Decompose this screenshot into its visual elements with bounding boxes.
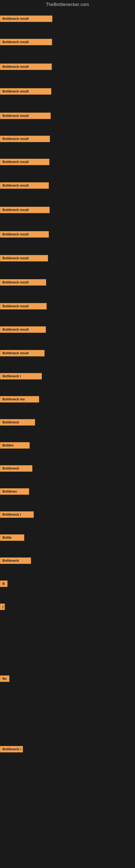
bottleneck-item[interactable]: Bottleneck r — [0, 746, 23, 753]
bottleneck-badge: B — [0, 581, 8, 587]
bottleneck-badge: Bottle — [0, 534, 24, 541]
bottleneck-item[interactable]: Bottleneck result — [0, 207, 50, 214]
bottleneck-badge: Bottleneck result — [0, 88, 51, 95]
bottleneck-badge: Bottleneck result — [0, 135, 50, 142]
bottleneck-item[interactable]: Bottleneck result — [0, 182, 49, 190]
site-title: TheBottlenecker.com — [0, 0, 135, 9]
bottleneck-item[interactable]: Bottleneck r — [0, 511, 34, 519]
bottleneck-badge: Bottleneck r — [0, 373, 42, 379]
bottleneck-badge: Bottleneck result — [0, 279, 46, 286]
bottleneck-item[interactable]: B — [0, 581, 8, 588]
bottleneck-item[interactable]: | — [0, 603, 5, 611]
bottleneck-badge: Bottleneck — [0, 465, 32, 472]
bottleneck-item[interactable]: Bottleneck result — [0, 39, 52, 46]
bottleneck-badge: Bottleneck r — [0, 746, 23, 752]
bottleneck-item[interactable]: Bottleneck result — [0, 159, 49, 166]
bottleneck-item[interactable]: Bottleneck result — [0, 231, 49, 239]
bottleneck-item[interactable]: Bottleneck — [0, 557, 31, 565]
bottleneck-badge: | — [0, 603, 5, 610]
bottleneck-item[interactable]: Bottleneck result — [0, 350, 45, 358]
bottleneck-badge: Bottlen — [0, 442, 30, 448]
bottleneck-badge: Bottleneck result — [0, 303, 47, 310]
bottleneck-item[interactable]: Bottleneck result — [0, 326, 46, 334]
bottleneck-badge: Bottleneck result — [0, 182, 49, 189]
bottleneck-badge: Bottleneck result — [0, 231, 49, 238]
bottleneck-item[interactable]: Bottlenec — [0, 488, 29, 496]
bottleneck-badge: Bottlenec — [0, 488, 29, 495]
bottleneck-badge: Bottleneck result — [0, 326, 46, 333]
bottleneck-badge: Bottleneck result — [0, 255, 48, 261]
bottleneck-badge: Bottleneck result — [0, 113, 51, 119]
bottleneck-badge: Bottleneck result — [0, 63, 52, 70]
bottleneck-item[interactable]: Bottleneck r — [0, 373, 42, 380]
bottleneck-badge: Bottleneck result — [0, 39, 52, 45]
bottleneck-item[interactable]: Bo — [0, 675, 9, 683]
bottleneck-item[interactable]: Bottleneck result — [0, 63, 52, 71]
bottleneck-item[interactable]: Bottlen — [0, 442, 30, 450]
bottleneck-badge: Bottleneck result — [0, 207, 50, 213]
bottleneck-item[interactable]: Bottleneck result — [0, 88, 51, 96]
bottleneck-item[interactable]: Bottleneck result — [0, 135, 50, 143]
bottleneck-badge: Bottleneck — [0, 557, 31, 564]
bottleneck-item[interactable]: Bottleneck result — [0, 16, 52, 23]
bottleneck-badge: Bo — [0, 675, 9, 682]
bottleneck-badge: Bottleneck res — [0, 396, 39, 403]
bottleneck-item[interactable]: Bottle — [0, 534, 24, 542]
bottleneck-item[interactable]: Bottleneck — [0, 465, 32, 473]
bottleneck-item[interactable]: Bottleneck result — [0, 113, 51, 120]
bottleneck-badge: Bottleneck result — [0, 16, 52, 22]
bottleneck-badge: Bottleneck result — [0, 350, 45, 356]
bottleneck-badge: Bottleneck result — [0, 159, 49, 165]
bottleneck-badge: Bottleneck r — [0, 511, 34, 518]
bottleneck-item[interactable]: Bottleneck res — [0, 396, 39, 404]
bottleneck-item[interactable]: Bottleneck result — [0, 303, 47, 311]
bottleneck-item[interactable]: Bottleneck — [0, 419, 35, 427]
bottleneck-item[interactable]: Bottleneck result — [0, 255, 48, 262]
bottleneck-item[interactable]: Bottleneck result — [0, 279, 46, 287]
bottleneck-badge: Bottleneck — [0, 419, 35, 426]
